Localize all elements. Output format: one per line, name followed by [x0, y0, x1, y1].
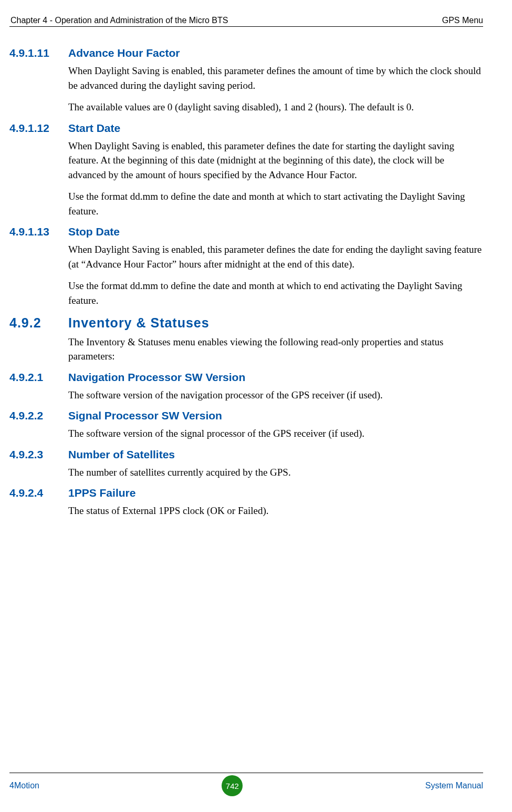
body-paragraph: The number of satellites currently acqui…	[68, 465, 483, 480]
section: 4.9.2.41PPS FailureThe status of Externa…	[9, 487, 483, 518]
heading-title: Inventory & Statuses	[68, 315, 210, 331]
page-footer: 4Motion 742 System Manual	[9, 773, 483, 796]
body-paragraph: When Daylight Saving is enabled, this pa…	[68, 64, 483, 92]
heading-number: 4.9.1.13	[9, 225, 68, 238]
section: 4.9.2.2Signal Processor SW VersionThe so…	[9, 409, 483, 441]
heading-title: Signal Processor SW Version	[68, 409, 222, 422]
heading-title: Start Date	[68, 122, 120, 135]
page-container: Chapter 4 - Operation and Administration…	[0, 0, 512, 518]
heading-row: 4.9.1.13Stop Date	[9, 225, 483, 238]
section: 4.9.2.1Navigation Processor SW VersionTh…	[9, 371, 483, 403]
heading-row: 4.9.2.1Navigation Processor SW Version	[9, 371, 483, 384]
header-left: Chapter 4 - Operation and Administration…	[11, 16, 228, 25]
heading-number: 4.9.2.1	[9, 371, 68, 384]
heading-number: 4.9.2	[9, 315, 68, 331]
section: 4.9.2Inventory & StatusesThe Inventory &…	[9, 315, 483, 364]
body-paragraph: The software version of the signal proce…	[68, 426, 483, 441]
body-paragraph: Use the format dd.mm to define the date …	[68, 189, 483, 218]
page-header: Chapter 4 - Operation and Administration…	[9, 16, 483, 27]
heading-title: Number of Satellites	[68, 448, 175, 461]
page-number-badge: 742	[222, 775, 243, 796]
header-right: GPS Menu	[442, 16, 483, 25]
heading-number: 4.9.2.3	[9, 448, 68, 461]
body-paragraph: The software version of the navigation p…	[68, 388, 483, 403]
body-paragraph: The available values are 0 (daylight sav…	[68, 100, 483, 115]
heading-title: 1PPS Failure	[68, 487, 135, 499]
body-paragraph: When Daylight Saving is enabled, this pa…	[68, 139, 483, 182]
heading-row: 4.9.2.2Signal Processor SW Version	[9, 409, 483, 422]
heading-title: Stop Date	[68, 225, 120, 238]
heading-title: Navigation Processor SW Version	[68, 371, 245, 384]
heading-row: 4.9.2Inventory & Statuses	[9, 315, 483, 331]
heading-number: 4.9.2.2	[9, 409, 68, 422]
heading-number: 4.9.1.12	[9, 122, 68, 135]
body-paragraph: The Inventory & Statuses menu enables vi…	[68, 335, 483, 364]
body-paragraph: When Daylight Saving is enabled, this pa…	[68, 242, 483, 271]
body-paragraph: The status of External 1PPS clock (OK or…	[68, 503, 483, 518]
heading-row: 4.9.2.41PPS Failure	[9, 487, 483, 499]
heading-row: 4.9.1.11Advance Hour Factor	[9, 47, 483, 59]
section: 4.9.2.3Number of SatellitesThe number of…	[9, 448, 483, 480]
heading-number: 4.9.2.4	[9, 487, 68, 499]
section: 4.9.1.11Advance Hour FactorWhen Daylight…	[9, 47, 483, 115]
footer-right: System Manual	[425, 781, 483, 790]
section: 4.9.1.13Stop DateWhen Daylight Saving is…	[9, 225, 483, 307]
content-area: 4.9.1.11Advance Hour FactorWhen Daylight…	[9, 47, 483, 518]
heading-row: 4.9.2.3Number of Satellites	[9, 448, 483, 461]
section: 4.9.1.12Start DateWhen Daylight Saving i…	[9, 122, 483, 219]
heading-title: Advance Hour Factor	[68, 47, 180, 59]
footer-left: 4Motion	[9, 781, 39, 790]
body-paragraph: Use the format dd.mm to define the date …	[68, 279, 483, 307]
heading-row: 4.9.1.12Start Date	[9, 122, 483, 135]
heading-number: 4.9.1.11	[9, 47, 68, 59]
